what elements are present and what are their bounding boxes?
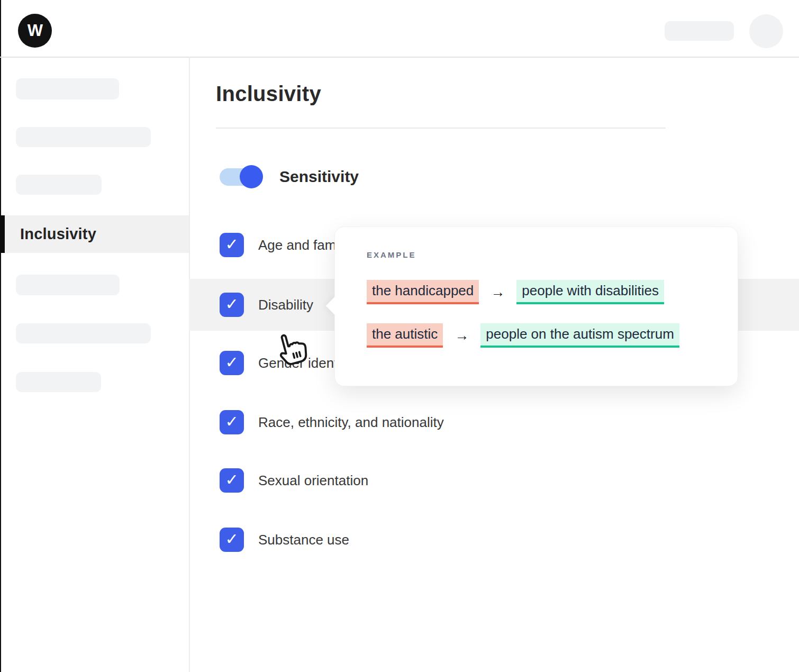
checkbox-race-ethnicity-nationality[interactable]: ✓ xyxy=(220,410,244,434)
sensitivity-toggle-label: Sensitivity xyxy=(279,168,359,186)
writer-logo-letter: W xyxy=(28,21,42,40)
writer-logo: W xyxy=(18,14,52,48)
check-icon: ✓ xyxy=(225,414,238,430)
category-row-disability: ✓ Disability xyxy=(220,293,313,317)
example-row: the autistic → people on the autism spec… xyxy=(367,323,679,348)
frame-left-border xyxy=(0,0,1,672)
category-label: Substance use xyxy=(258,532,349,548)
flagged-term: the handicapped xyxy=(367,280,479,304)
suggested-term: people on the autism spectrum xyxy=(480,323,679,348)
category-label: Race, ethnicity, and nationality xyxy=(258,414,444,431)
check-icon: ✓ xyxy=(225,296,238,312)
sensitivity-toggle[interactable] xyxy=(220,165,263,188)
check-icon: ✓ xyxy=(225,237,238,252)
category-row-substance-use: ✓ Substance use xyxy=(220,528,349,552)
sidebar-item-inclusivity[interactable]: Inclusivity xyxy=(1,215,189,253)
sidebar-divider xyxy=(189,57,190,672)
category-row-gender-identity: ✓ Gender identity xyxy=(220,351,351,375)
tooltip-heading: EXAMPLE xyxy=(367,250,416,259)
checkbox-substance-use[interactable]: ✓ xyxy=(220,528,244,552)
example-tooltip: EXAMPLE the handicapped → people with di… xyxy=(334,226,738,386)
suggested-term: people with disabilities xyxy=(516,280,664,304)
category-label: Disability xyxy=(258,297,313,313)
checkbox-sexual-orientation[interactable]: ✓ xyxy=(220,468,244,493)
sidebar-item-placeholder[interactable] xyxy=(16,78,119,99)
page-title: Inclusivity xyxy=(216,82,321,106)
header-divider xyxy=(0,57,799,58)
sidebar-item-placeholder[interactable] xyxy=(16,372,101,392)
sidebar-item-placeholder[interactable] xyxy=(16,275,120,295)
arrow-right-icon: → xyxy=(491,284,505,301)
checkbox-age-and-family-status[interactable]: ✓ xyxy=(220,233,244,257)
check-icon: ✓ xyxy=(225,355,238,370)
checkbox-gender-identity[interactable]: ✓ xyxy=(220,351,244,375)
user-avatar[interactable] xyxy=(749,14,783,48)
flagged-term: the autistic xyxy=(367,323,443,348)
example-row: the handicapped → people with disabiliti… xyxy=(367,280,664,304)
title-divider xyxy=(216,128,666,129)
sensitivity-toggle-knob xyxy=(240,165,263,188)
check-icon: ✓ xyxy=(225,531,238,547)
check-icon: ✓ xyxy=(225,472,238,488)
arrow-right-icon: → xyxy=(455,328,469,344)
checkbox-disability[interactable]: ✓ xyxy=(220,293,244,317)
category-label: Sexual orientation xyxy=(258,473,368,489)
inclusivity-settings-page: W Inclusivity Inclusivity Sensitivity ✓ … xyxy=(0,0,799,672)
sidebar-item-placeholder[interactable] xyxy=(16,175,102,195)
sidebar-active-indicator xyxy=(0,215,5,253)
sidebar-item-inclusivity-label: Inclusivity xyxy=(20,225,96,243)
category-row-sexual-orientation: ✓ Sexual orientation xyxy=(220,468,368,493)
header-button-placeholder[interactable] xyxy=(665,21,734,41)
category-row-race-ethnicity-nationality: ✓ Race, ethnicity, and nationality xyxy=(220,410,444,434)
sidebar-item-placeholder[interactable] xyxy=(16,127,151,147)
sidebar-item-placeholder[interactable] xyxy=(16,323,151,343)
